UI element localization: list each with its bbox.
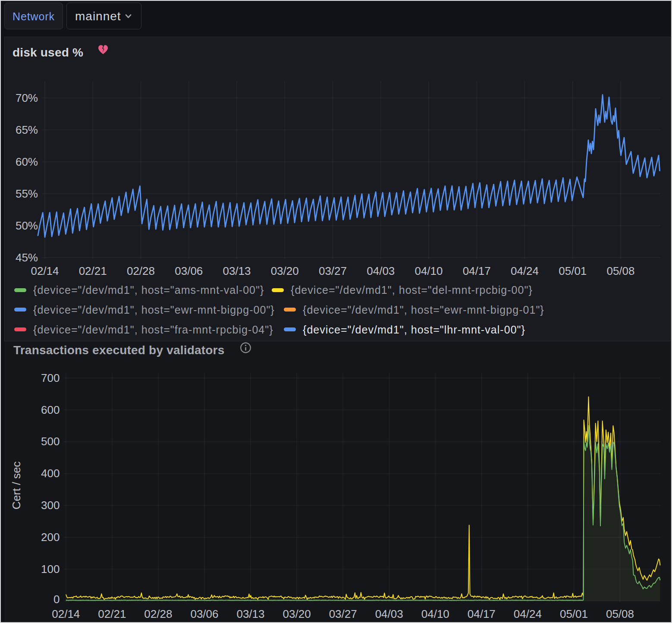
svg-text:04/10: 04/10: [421, 607, 449, 620]
svg-text:65%: 65%: [16, 123, 38, 136]
svg-text:05/08: 05/08: [606, 607, 634, 620]
svg-text:03/27: 03/27: [319, 264, 347, 277]
svg-text:02/28: 02/28: [144, 607, 172, 620]
svg-text:04/17: 04/17: [463, 264, 491, 277]
svg-text:04/24: 04/24: [514, 607, 542, 620]
svg-text:03/06: 03/06: [190, 607, 218, 620]
svg-text:04/03: 04/03: [375, 607, 403, 620]
svg-text:55%: 55%: [16, 187, 38, 200]
svg-text:03/27: 03/27: [329, 607, 357, 620]
svg-text:45%: 45%: [16, 251, 38, 264]
svg-text:03/20: 03/20: [283, 607, 311, 620]
svg-text:100: 100: [41, 563, 60, 576]
svg-text:02/21: 02/21: [98, 607, 126, 620]
svg-text:04/24: 04/24: [511, 264, 539, 277]
svg-text:04/10: 04/10: [415, 264, 443, 277]
svg-text:700: 700: [41, 371, 60, 384]
svg-text:0: 0: [53, 593, 60, 606]
svg-text:400: 400: [41, 467, 60, 480]
svg-text:04/17: 04/17: [468, 607, 496, 620]
svg-text:50%: 50%: [16, 219, 38, 232]
svg-text:02/14: 02/14: [52, 607, 80, 620]
svg-text:05/08: 05/08: [606, 264, 634, 277]
svg-text:05/01: 05/01: [559, 264, 587, 277]
svg-text:Cert / sec: Cert / sec: [10, 461, 23, 509]
svg-text:05/01: 05/01: [560, 607, 588, 620]
svg-text:70%: 70%: [16, 91, 38, 104]
svg-text:03/13: 03/13: [236, 607, 264, 620]
svg-text:600: 600: [41, 403, 60, 416]
svg-text:300: 300: [41, 499, 60, 512]
svg-text:02/14: 02/14: [31, 264, 59, 277]
svg-text:200: 200: [41, 531, 60, 544]
svg-text:60%: 60%: [16, 155, 38, 168]
svg-text:03/06: 03/06: [175, 264, 203, 277]
svg-text:500: 500: [41, 435, 60, 448]
svg-text:02/28: 02/28: [127, 264, 155, 277]
svg-text:03/13: 03/13: [223, 264, 251, 277]
svg-text:03/20: 03/20: [271, 264, 299, 277]
svg-text:04/03: 04/03: [367, 264, 395, 277]
svg-text:02/21: 02/21: [79, 264, 107, 277]
